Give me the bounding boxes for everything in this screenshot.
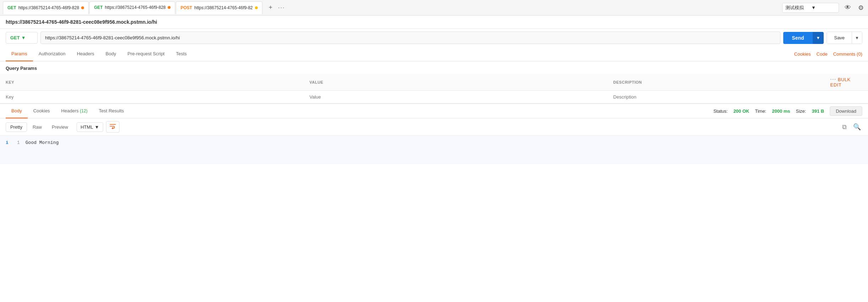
tab-nav-headers[interactable]: Headers [71, 47, 100, 61]
tab-3-dot [255, 6, 258, 9]
method-value: GET [10, 35, 20, 40]
tab-2[interactable]: GET https://38675214-4765-46f9-828 [89, 1, 175, 14]
col-more-icon[interactable]: ··· [830, 77, 837, 82]
tab-2-method: GET [94, 5, 103, 10]
tab-nav-tests[interactable]: Tests [170, 47, 192, 61]
line-number: 1 [14, 140, 20, 145]
line-content: Good Morning [26, 140, 59, 145]
size-value: 391 B [812, 108, 824, 114]
save-btn-group: Save ▼ [827, 32, 862, 44]
time-label: Time: [755, 108, 766, 114]
format-type-chevron-icon: ▼ [95, 124, 99, 130]
size-label: Size: [796, 108, 806, 114]
cookies-link[interactable]: Cookies [794, 51, 811, 57]
value-input[interactable] [310, 94, 602, 100]
key-input[interactable] [6, 94, 298, 100]
settings-icon-button[interactable]: ⚙ [857, 2, 865, 13]
format-tab-preview[interactable]: Preview [48, 123, 72, 132]
tab-1-url: https://38675214-4765-46f9-828 [18, 5, 79, 10]
response-body-toolbar: Pretty Raw Preview HTML ▼ ⧉ 🔍 [0, 118, 868, 136]
params-table: KEY VALUE DESCRIPTION ··· Bulk Edit [0, 74, 868, 104]
response-tab-cookies[interactable]: Cookies [28, 104, 56, 118]
url-input[interactable] [40, 32, 780, 44]
code-line-1: i 1 Good Morning [6, 140, 862, 145]
code-area: i 1 Good Morning [0, 136, 868, 164]
tab-3-url: https://38675214-4765-46f9-82 [194, 5, 253, 10]
more-tabs-button[interactable]: ··· [278, 5, 285, 11]
request-tabs-nav: Params Authorization Headers Body Pre-re… [0, 47, 868, 61]
search-icon-button[interactable]: 🔍 [852, 122, 862, 132]
response-body-right: ⧉ 🔍 [841, 122, 862, 132]
format-tab-raw[interactable]: Raw [28, 123, 46, 132]
eye-icon-button[interactable]: 👁 [843, 2, 852, 13]
status-label: Status: [713, 108, 728, 114]
code-link[interactable]: Code [817, 51, 828, 57]
format-type-select[interactable]: HTML ▼ [77, 122, 103, 132]
col-header-description: DESCRIPTION [608, 74, 825, 91]
add-tab-button[interactable]: + [266, 2, 276, 13]
method-select[interactable]: GET ▼ [6, 32, 38, 44]
tab-3[interactable]: POST https://38675214-4765-46f9-82 [176, 1, 262, 14]
tab-3-method: POST [180, 5, 192, 10]
env-dropdown[interactable]: 测试模拟 ▼ [782, 3, 839, 13]
tab-nav-body[interactable]: Body [100, 47, 122, 61]
send-btn-group: Send ▼ [783, 32, 824, 44]
tab-bar-right: 测试模拟 ▼ 👁 ⚙ [782, 2, 865, 13]
save-dropdown-button[interactable]: ▼ [852, 32, 862, 44]
copy-icon-button[interactable]: ⧉ [841, 122, 848, 132]
wrap-button[interactable] [106, 121, 119, 133]
description-input[interactable] [613, 94, 819, 100]
tab-nav-pre-request-script[interactable]: Pre-request Script [122, 47, 170, 61]
tab-1[interactable]: GET https://38675214-4765-46f9-828 [3, 1, 89, 14]
response-tabs-bar: Body Cookies Headers (12) Test Results S… [0, 104, 868, 118]
url-bar-title-section: https://38675214-4765-46f9-8281-ceec08e9… [0, 16, 868, 29]
tab-1-method: GET [7, 5, 16, 10]
tab-1-dot [81, 6, 84, 9]
response-tab-test-results[interactable]: Test Results [93, 104, 130, 118]
request-row: GET ▼ Send ▼ Save ▼ [0, 29, 868, 47]
page-title: https://38675214-4765-46f9-8281-ceec08e9… [6, 19, 157, 25]
status-value: 200 OK [733, 108, 749, 114]
tab-actions: + ··· [266, 2, 285, 13]
col-header-value: VALUE [304, 74, 608, 91]
download-button[interactable]: Download [830, 106, 862, 116]
tab-nav-authorization[interactable]: Authorization [33, 47, 71, 61]
save-button[interactable]: Save [827, 32, 852, 44]
comments-link[interactable]: Comments (0) [833, 51, 862, 57]
col-header-key: KEY [0, 74, 304, 91]
line-info-marker: i [6, 140, 9, 145]
format-type-value: HTML [80, 124, 93, 130]
tab-2-url: https://38675214-4765-46f9-828 [105, 5, 166, 10]
tab-bar: GET https://38675214-4765-46f9-828 GET h… [0, 0, 868, 16]
response-tab-headers[interactable]: Headers (12) [56, 104, 93, 118]
table-row [0, 91, 868, 104]
query-params-header: Query Params [0, 61, 868, 74]
send-button[interactable]: Send [783, 32, 812, 44]
response-section: Body Cookies Headers (12) Test Results S… [0, 104, 868, 164]
headers-badge: (12) [80, 108, 87, 113]
format-tab-pretty[interactable]: Pretty [6, 122, 27, 132]
chevron-down-icon: ▼ [811, 5, 836, 10]
tab-nav-params[interactable]: Params [6, 47, 33, 61]
env-dropdown-value: 测试模拟 [785, 5, 810, 11]
response-tab-body[interactable]: Body [6, 104, 28, 118]
method-chevron-icon: ▼ [21, 35, 26, 40]
tab-2-dot [168, 6, 171, 9]
tab-nav-right: Cookies Code Comments (0) [794, 51, 862, 57]
response-meta: Status: 200 OK Time: 2000 ms Size: 391 B… [713, 106, 862, 116]
col-header-actions: ··· Bulk Edit [825, 74, 868, 91]
time-value: 2000 ms [772, 108, 790, 114]
send-dropdown-button[interactable]: ▼ [813, 32, 824, 44]
